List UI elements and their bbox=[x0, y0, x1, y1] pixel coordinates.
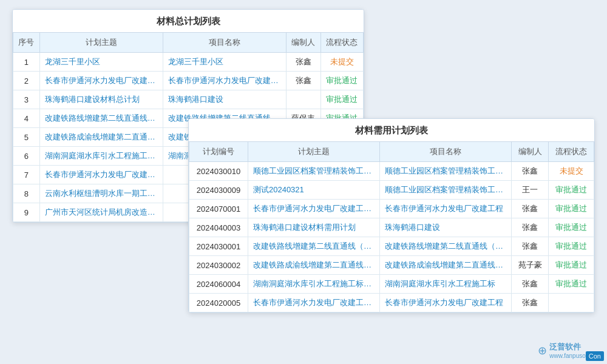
cell-theme[interactable]: 长春市伊通河水力发电厂改建工程合... bbox=[248, 200, 379, 218]
col-project: 项目名称 bbox=[163, 33, 286, 53]
cell-code: 2024060004 bbox=[189, 275, 248, 294]
total-plan-header-row: 序号 计划主题 项目名称 编制人 流程状态 bbox=[13, 33, 364, 53]
cell-project[interactable]: 长春市伊通河水力发电厂改建工程 bbox=[380, 200, 512, 218]
cell-code: 2024030002 bbox=[189, 256, 248, 275]
cell-status: 审批通过 bbox=[549, 275, 594, 294]
cell-status: 审批通过 bbox=[320, 72, 363, 90]
col-status: 流程状态 bbox=[549, 142, 594, 162]
cell-theme[interactable]: 湖南洞庭湖水库引水工程施工标材料总计划 bbox=[39, 147, 163, 166]
cell-id: 4 bbox=[13, 109, 40, 128]
cell-status: 审批通过 bbox=[320, 90, 363, 109]
cell-status: 未提交 bbox=[549, 162, 594, 181]
cell-code: 2024030010 bbox=[189, 162, 248, 181]
cell-status bbox=[549, 294, 594, 312]
cell-theme[interactable]: 改建铁路成渝线增建第二直通线（成渝枢纽... bbox=[39, 128, 163, 147]
total-plan-title: 材料总计划列表 bbox=[13, 10, 364, 32]
cell-theme[interactable]: 改建铁路线增建第二线直通线（成都... bbox=[248, 237, 379, 256]
cell-id: 1 bbox=[13, 53, 40, 72]
col-theme: 计划主题 bbox=[248, 142, 379, 162]
cell-status: 未提交 bbox=[320, 53, 363, 72]
cell-status: 审批通过 bbox=[549, 218, 594, 237]
cell-id: 6 bbox=[13, 147, 40, 166]
cell-project[interactable]: 改建铁路线增建第二线直通线（成都... bbox=[380, 237, 512, 256]
table-row[interactable]: 2024020005长春市伊通河水力发电厂改建工程材...长春市伊通河水力发电厂… bbox=[189, 294, 594, 312]
cell-project[interactable]: 龙湖三千里小区 bbox=[163, 53, 286, 72]
cell-theme[interactable]: 龙湖三千里小区 bbox=[39, 53, 163, 72]
con-badge[interactable]: Con bbox=[586, 351, 604, 361]
cell-project[interactable]: 珠海鹤港口建设 bbox=[380, 218, 512, 237]
cell-id: 3 bbox=[13, 90, 40, 109]
demand-plan-title: 材料需用计划列表 bbox=[189, 119, 594, 141]
demand-plan-table: 材料需用计划列表 计划编号 计划主题 项目名称 编制人 流程状态 2024030… bbox=[188, 118, 595, 313]
cell-theme[interactable]: 测试20240321 bbox=[248, 181, 379, 200]
cell-id: 2 bbox=[13, 72, 40, 90]
cell-theme[interactable]: 长春市伊通河水力发电厂改建工程合同材料... bbox=[39, 72, 163, 90]
cell-status: 审批通过 bbox=[549, 256, 594, 275]
cell-theme[interactable]: 改建铁路线增建第二线直通线（成都-西安）... bbox=[39, 109, 163, 128]
cell-status: 审批通过 bbox=[549, 200, 594, 218]
col-editor: 编制人 bbox=[286, 33, 320, 53]
cell-id: 9 bbox=[13, 203, 40, 222]
cell-editor: 张鑫 bbox=[286, 53, 320, 72]
cell-editor bbox=[286, 90, 320, 109]
cell-id: 7 bbox=[13, 166, 40, 184]
table-row[interactable]: 2024030001改建铁路线增建第二线直通线（成都...改建铁路线增建第二线直… bbox=[189, 237, 594, 256]
cell-theme[interactable]: 云南水利枢纽漕明水库一期工程施工标材料... bbox=[39, 184, 163, 203]
cell-editor: 张鑫 bbox=[512, 200, 549, 218]
table-row[interactable]: 2024070001长春市伊通河水力发电厂改建工程合...长春市伊通河水力发电厂… bbox=[189, 200, 594, 218]
cell-editor: 张鑫 bbox=[512, 237, 549, 256]
col-code: 计划编号 bbox=[189, 142, 248, 162]
cell-id: 5 bbox=[13, 128, 40, 147]
table-row[interactable]: 3珠海鹤港口建设材料总计划珠海鹤港口建设审批通过 bbox=[13, 90, 364, 109]
cell-status: 审批通过 bbox=[549, 237, 594, 256]
col-editor: 编制人 bbox=[512, 142, 549, 162]
cell-theme[interactable]: 广州市天河区统计局机房改造项目材料总计划 bbox=[39, 203, 163, 222]
cell-id: 8 bbox=[13, 184, 40, 203]
col-theme: 计划主题 bbox=[39, 33, 163, 53]
cell-code: 2024040003 bbox=[189, 218, 248, 237]
table-row[interactable]: 2024030009测试20240321顺德工业园区档案管理精装饰工程（...王… bbox=[189, 181, 594, 200]
demand-plan-header-row: 计划编号 计划主题 项目名称 编制人 流程状态 bbox=[189, 142, 594, 162]
cell-project[interactable]: 珠海鹤港口建设 bbox=[163, 90, 286, 109]
cell-code: 2024070001 bbox=[189, 200, 248, 218]
cell-code: 2024020005 bbox=[189, 294, 248, 312]
table-row[interactable]: 2024040003珠海鹤港口建设材料需用计划珠海鹤港口建设张鑫审批通过 bbox=[189, 218, 594, 237]
cell-project[interactable]: 顺德工业园区档案管理精装饰工程（... bbox=[380, 181, 512, 200]
cell-editor: 张鑫 bbox=[512, 218, 549, 237]
cell-status: 审批通过 bbox=[549, 181, 594, 200]
cell-theme[interactable]: 湖南洞庭湖水库引水工程施工标材... bbox=[248, 275, 379, 294]
cell-editor: 张鑫 bbox=[286, 72, 320, 90]
cell-project[interactable]: 顺德工业园区档案管理精装饰工程（... bbox=[380, 162, 512, 181]
cell-editor: 苑子豪 bbox=[512, 256, 549, 275]
cell-theme[interactable]: 珠海鹤港口建设材料总计划 bbox=[39, 90, 163, 109]
cell-project[interactable]: 改建铁路成渝线增建第二直通线（成... bbox=[380, 256, 512, 275]
cell-code: 2024030001 bbox=[189, 237, 248, 256]
cell-editor: 张鑫 bbox=[512, 275, 549, 294]
table-row[interactable]: 2024030002改建铁路成渝线增建第二直通线（成...改建铁路成渝线增建第二… bbox=[189, 256, 594, 275]
cell-project[interactable]: 长春市伊通河水力发电厂改建工程 bbox=[163, 72, 286, 90]
cell-project[interactable]: 湖南洞庭湖水库引水工程施工标 bbox=[380, 275, 512, 294]
table-row[interactable]: 2长春市伊通河水力发电厂改建工程合同材料...长春市伊通河水力发电厂改建工程张鑫… bbox=[13, 72, 364, 90]
cell-theme[interactable]: 珠海鹤港口建设材料需用计划 bbox=[248, 218, 379, 237]
table-row[interactable]: 2024030010顺德工业园区档案管理精装饰工程（...顺德工业园区档案管理精… bbox=[189, 162, 594, 181]
col-project: 项目名称 bbox=[380, 142, 512, 162]
cell-project[interactable]: 长春市伊通河水力发电厂改建工程 bbox=[380, 294, 512, 312]
demand-plan-tbody: 2024030010顺德工业园区档案管理精装饰工程（...顺德工业园区档案管理精… bbox=[189, 162, 594, 312]
cell-editor: 张鑫 bbox=[512, 162, 549, 181]
cell-editor: 王一 bbox=[512, 181, 549, 200]
col-status: 流程状态 bbox=[320, 33, 363, 53]
col-seq: 序号 bbox=[13, 33, 40, 53]
cell-theme[interactable]: 长春市伊通河水力发电厂改建工程材料总计划 bbox=[39, 166, 163, 184]
cell-code: 2024030009 bbox=[189, 181, 248, 200]
cell-theme[interactable]: 长春市伊通河水力发电厂改建工程材... bbox=[248, 294, 379, 312]
table-row[interactable]: 1龙湖三千里小区龙湖三千里小区张鑫未提交 bbox=[13, 53, 364, 72]
cell-theme[interactable]: 改建铁路成渝线增建第二直通线（成... bbox=[248, 256, 379, 275]
demand-plan-data-table: 计划编号 计划主题 项目名称 编制人 流程状态 2024030010顺德工业园区… bbox=[189, 141, 594, 312]
cell-theme[interactable]: 顺德工业园区档案管理精装饰工程（... bbox=[248, 162, 379, 181]
table-row[interactable]: 2024060004湖南洞庭湖水库引水工程施工标材...湖南洞庭湖水库引水工程施… bbox=[189, 275, 594, 294]
cell-editor: 张鑫 bbox=[512, 294, 549, 312]
